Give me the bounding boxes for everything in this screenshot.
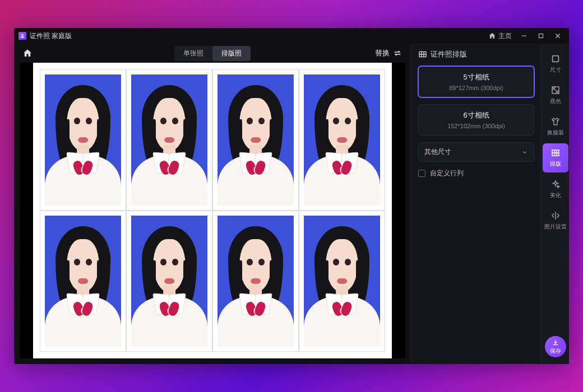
grid-icon [418, 50, 427, 59]
photo-cell [212, 211, 299, 352]
download-icon [552, 339, 559, 347]
rail-label: 排版 [550, 160, 561, 168]
tab-layout-photo[interactable]: 排版照 [212, 46, 251, 61]
svg-rect-2 [539, 34, 543, 38]
save-label: 保存 [550, 347, 561, 355]
sidepanel-header-label: 证件照排版 [431, 49, 467, 59]
rail-label: 图片设置 [544, 223, 567, 231]
id-photo [304, 216, 380, 347]
sparkle-icon [550, 179, 561, 189]
home-icon [22, 48, 33, 58]
background-icon [550, 85, 561, 95]
close-button[interactable] [551, 29, 565, 43]
svg-line-11 [552, 87, 559, 94]
rail-label: 换服装 [547, 129, 564, 137]
swap-icon [393, 49, 402, 58]
paper-card-title: 6寸相纸 [423, 110, 529, 120]
view-tabs: 单张照 排版照 [174, 46, 251, 61]
photo-sheet [33, 63, 392, 358]
app-logo-icon [18, 32, 26, 40]
size-icon [550, 54, 561, 64]
checkbox-icon [418, 170, 425, 177]
titlebar-home-button[interactable]: 主页 [486, 29, 514, 43]
rail-label: 美化 [550, 192, 561, 199]
mirror-icon [550, 211, 561, 221]
other-sizes-select[interactable]: 其他尺寸 [418, 142, 534, 162]
photo-cell [126, 211, 212, 352]
id-photo [45, 74, 121, 206]
app-window: 证件照 家庭版 主页 单张照 排版照 [14, 28, 569, 364]
id-photo [131, 74, 207, 206]
tab-single-photo[interactable]: 单张照 [174, 46, 212, 61]
sidepanel-header: 证件照排版 [418, 49, 534, 59]
rail-label: 底色 [550, 97, 561, 105]
maximize-button[interactable] [534, 29, 548, 43]
id-photo [131, 216, 207, 347]
side-panel: 证件照排版 5寸相纸 89*127mm (300dpi) 6寸相纸 152*10… [411, 44, 541, 364]
app-body: 单张照 排版照 替换 [14, 44, 569, 364]
paper-card-subtitle: 89*127mm (300dpi) [423, 85, 529, 91]
other-sizes-label: 其他尺寸 [424, 147, 451, 157]
id-photo [304, 74, 380, 206]
main-area: 单张照 排版照 替换 [14, 44, 411, 364]
custom-rows-cols-label: 自定义行列 [430, 169, 464, 178]
save-button[interactable]: 保存 [545, 336, 566, 357]
paper-card-subtitle: 152*102mm (300dpi) [423, 123, 529, 129]
rail-item-image-settings[interactable]: 图片设置 [543, 206, 568, 235]
rail-item-size[interactable]: 尺寸 [543, 49, 568, 78]
photo-cell [299, 211, 385, 352]
home-icon [488, 32, 496, 40]
layout-grid-icon [550, 148, 561, 158]
rail-item-clothing[interactable]: 换服装 [543, 112, 568, 141]
photo-cell [212, 69, 299, 211]
photo-cell [40, 69, 126, 211]
replace-button[interactable]: 替换 [372, 48, 405, 58]
paper-size-card-6inch[interactable]: 6寸相纸 152*102mm (300dpi) [418, 104, 534, 136]
replace-label: 替换 [375, 48, 390, 58]
main-toolbar: 单张照 排版照 替换 [14, 44, 411, 63]
photo-cell [299, 69, 385, 211]
custom-rows-cols-checkbox[interactable]: 自定义行列 [418, 169, 534, 178]
titlebar: 证件照 家庭版 主页 [14, 28, 569, 44]
shirt-icon [550, 116, 561, 127]
paper-size-card-5inch[interactable]: 5寸相纸 89*127mm (300dpi) [418, 66, 534, 97]
right-rail: 尺寸 底色 换服装 排版 美化 图片设置 [541, 44, 569, 364]
id-photo [218, 74, 294, 206]
svg-rect-9 [552, 56, 558, 62]
chevron-down-icon [521, 149, 528, 156]
photo-cell [126, 69, 212, 211]
minimize-button[interactable] [517, 29, 531, 43]
rail-item-layout[interactable]: 排版 [543, 143, 568, 172]
rail-label: 尺寸 [550, 66, 561, 74]
toolbar-home-button[interactable] [20, 45, 35, 61]
photo-cell [40, 211, 126, 352]
svg-point-0 [21, 34, 23, 36]
id-photo [218, 216, 294, 347]
maximize-icon [537, 32, 545, 40]
photo-canvas [20, 63, 405, 358]
rail-item-bgcolor[interactable]: 底色 [543, 81, 568, 110]
id-photo [45, 216, 121, 347]
minimize-icon [520, 32, 528, 40]
app-title: 证件照 家庭版 [30, 31, 72, 41]
titlebar-home-label: 主页 [498, 31, 512, 41]
rail-item-beautify[interactable]: 美化 [543, 175, 568, 204]
paper-card-title: 5寸相纸 [423, 72, 529, 82]
close-icon [554, 32, 562, 40]
